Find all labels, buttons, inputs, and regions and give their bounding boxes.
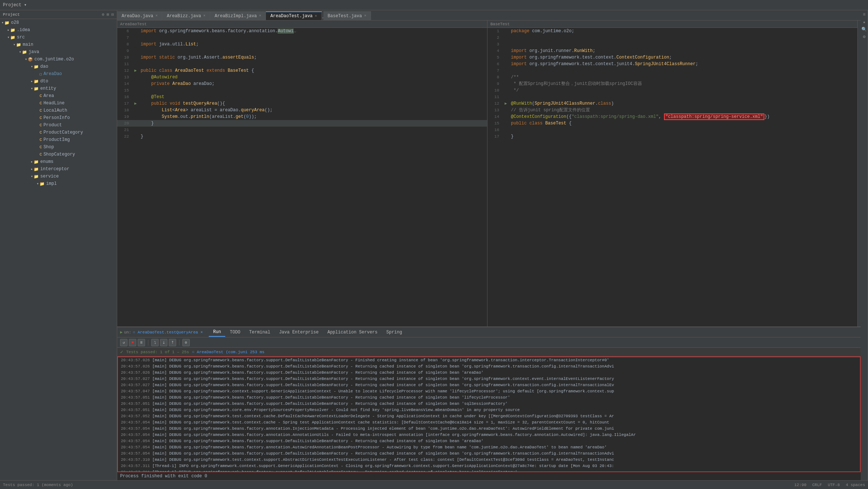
code-line: 16: [487, 127, 857, 133]
tab-areabizimpl[interactable]: AreaBizImpl.java ×: [210, 11, 266, 20]
step-into-button[interactable]: ⤓: [160, 339, 167, 346]
right-code-area[interactable]: 1 package com.juntime.o2o; 2 3: [487, 28, 857, 326]
tab-spring[interactable]: Spring: [382, 328, 407, 337]
code-line: 6 import org.springframework.test.contex…: [487, 61, 857, 67]
test-pass-count: Tests passed: 1 (moments ago): [3, 483, 73, 487]
tree-item-idea[interactable]: ▸ 📁 .idea: [0, 26, 117, 34]
tree-item-shop[interactable]: ▸ C Shop: [0, 143, 117, 151]
test-pass-status: Tests passed: 1 of 1 – 25s: [126, 350, 189, 354]
tab-areabizz[interactable]: AreaBizz.java ×: [162, 11, 210, 20]
tree-item-enums[interactable]: ▸ 📁 enums: [0, 158, 117, 165]
tab-close-icon[interactable]: ×: [315, 14, 317, 18]
code-line: 9: [117, 48, 487, 54]
inspection-icon[interactable]: 🔍: [861, 26, 867, 32]
tab-close-icon[interactable]: ×: [155, 14, 157, 18]
sidebar-icons: ⚙ ⊞ ⊟: [102, 12, 114, 17]
tree-item-dto[interactable]: ▸ 📁 dto: [0, 78, 117, 85]
tree-item-package[interactable]: ▾ 📦 com.juntime.o2o: [0, 56, 117, 63]
tab-java-enterprise[interactable]: Java Enterprise: [275, 328, 323, 337]
tree-item-dao[interactable]: ▾ 📁 dao: [0, 63, 117, 70]
tree-item-personinfo[interactable]: ▸ C PersonInfo: [0, 114, 117, 122]
tree-item-localauth[interactable]: ▸ C LocalAuth: [0, 107, 117, 114]
tab-areadao[interactable]: AreaDao.java ×: [117, 11, 162, 20]
log-area[interactable]: 20:43:57.026 [main] DEBUG org.springfram…: [117, 357, 861, 472]
tree-item-src[interactable]: ▾ 📁 src: [0, 34, 117, 41]
project-sidebar[interactable]: Project ⚙ ⊞ ⊟ ▾ 📁 o28 ▸ 📁 .idea ▾: [0, 10, 117, 480]
tree-item-headline[interactable]: ▸ C HeadLine: [0, 100, 117, 107]
tab-label: AreaBizImpl.java: [215, 14, 257, 19]
tree-item-interceptor[interactable]: ▸ 📁 interceptor: [0, 165, 117, 173]
tree-item-entity[interactable]: ▾ 📁 entity: [0, 85, 117, 92]
line-ending: CRLF: [812, 483, 822, 487]
settings-button[interactable]: ⚙: [182, 339, 190, 346]
tree-label: main: [23, 42, 33, 47]
settings-icon[interactable]: ⚙: [861, 34, 867, 40]
bookmark-icon[interactable]: ★: [861, 19, 867, 25]
tab-terminal[interactable]: Terminal: [245, 328, 275, 337]
tree-item-productimg[interactable]: ▸ C ProductImg: [0, 136, 117, 143]
code-line: 7: [117, 34, 487, 41]
code-line: 16 @Test: [117, 94, 487, 100]
tree-label: java: [29, 49, 39, 55]
step-out-button[interactable]: ⤒: [169, 339, 176, 346]
editor-area: AreaDao.java × AreaBizz.java × AreaBizIm…: [117, 10, 861, 326]
tab-app-servers[interactable]: Application Servers: [323, 328, 382, 337]
log-line: 20:43:57.310 [main] DEBUG org.springfram…: [118, 457, 860, 463]
code-line: 20 }: [117, 120, 487, 127]
code-line: 10 import static org.junit.Assert.assert…: [117, 54, 487, 61]
code-line: 6 import org.springframework.beans.facto…: [117, 28, 487, 34]
run-marker-icon[interactable]: ▶: [505, 100, 507, 107]
run-marker-icon[interactable]: ▶: [134, 67, 137, 74]
tree-label: ProductImg: [44, 137, 70, 142]
tree-item-product[interactable]: ▸ C Product: [0, 122, 117, 129]
tab-close-icon[interactable]: ×: [364, 14, 366, 18]
status-bar: Tests passed: 1 (moments ago) 12:90 CRLF…: [0, 480, 868, 489]
structure-icon[interactable]: ≡: [861, 12, 867, 18]
left-editor-pane: AreaDaoTest 6 import org.springframework…: [117, 20, 487, 326]
code-line: 12 ▶ public class AreaDaoTest extends Ba…: [117, 67, 487, 74]
run-marker-icon[interactable]: ▶: [134, 100, 137, 107]
tree-item-impl[interactable]: ▾ 📁 impl: [0, 180, 117, 187]
stop-button[interactable]: ■: [129, 339, 136, 346]
tree-label: service: [40, 174, 59, 179]
code-line: 10 */: [487, 87, 857, 94]
step-over-button[interactable]: ⤵: [151, 339, 159, 346]
tree-label: Shop: [44, 145, 54, 150]
tab-close-icon[interactable]: ×: [203, 14, 205, 18]
log-line: 20:43:57.054 [main] DEBUG org.springfram…: [118, 451, 860, 457]
code-line: 13 // 告诉junit spring配置文件的位置: [487, 107, 857, 113]
log-line: 20:43:57.054 [main] DEBUG org.springfram…: [118, 419, 860, 426]
tab-basetest[interactable]: BaseTest.java ×: [323, 11, 371, 20]
tab-run[interactable]: Run: [209, 328, 226, 337]
code-line: 18 List<Area> areaList = areaDao.queryAr…: [117, 107, 487, 113]
pause-button[interactable]: ⏸: [138, 339, 145, 346]
tab-close-icon[interactable]: ×: [259, 14, 261, 18]
log-line: 20:43:57.311 [Thread-1] DEBUG org.spring…: [118, 469, 860, 472]
tab-label: AreaDao.java: [122, 14, 153, 19]
tab-todo[interactable]: TODO: [225, 328, 245, 337]
scrollbar[interactable]: [858, 20, 861, 326]
tree-item-service[interactable]: ▾ 📁 service: [0, 173, 117, 180]
status-bar-right: 12:90 CRLF UTF-8 4 spaces: [794, 483, 865, 487]
tree-label: PersonInfo: [44, 115, 70, 120]
tree-item-productcategory[interactable]: ▸ C ProductCategory: [0, 129, 117, 136]
left-code-area[interactable]: 6 import org.springframework.beans.facto…: [117, 28, 487, 326]
left-pane-title: AreaDaoTest: [120, 22, 147, 26]
run-test-tab[interactable]: ○ AreaDaoTest.testQueryArea ×: [133, 330, 203, 335]
tree-item-o28[interactable]: ▾ 📁 o28: [0, 19, 117, 26]
tree-item-java[interactable]: ▾ 📁 java: [0, 48, 117, 56]
code-line: 13 @Autowired: [117, 74, 487, 81]
tree-item-area[interactable]: ▸ C Area: [0, 92, 117, 100]
tree-label: src: [17, 35, 25, 40]
code-line: 2: [487, 34, 857, 41]
tree-item-shopcategory[interactable]: ▸ C ShopCategory: [0, 151, 117, 158]
tree-item-main[interactable]: ▾ 📁 main: [0, 41, 117, 48]
title-bar: Project ▾: [0, 0, 868, 10]
tree-label: enums: [40, 159, 53, 164]
test-item[interactable]: ○ AreaDaoTest (com.juni 253 ms: [192, 350, 264, 354]
tab-areadaotest[interactable]: AreaDaoTest.java ×: [266, 11, 322, 20]
tree-item-areadao[interactable]: ▸ ◻ AreaDao: [0, 70, 117, 78]
run-indicator-text: un:: [124, 330, 131, 335]
indent: 4 spaces: [846, 483, 865, 487]
restart-button[interactable]: ↺: [120, 339, 127, 346]
